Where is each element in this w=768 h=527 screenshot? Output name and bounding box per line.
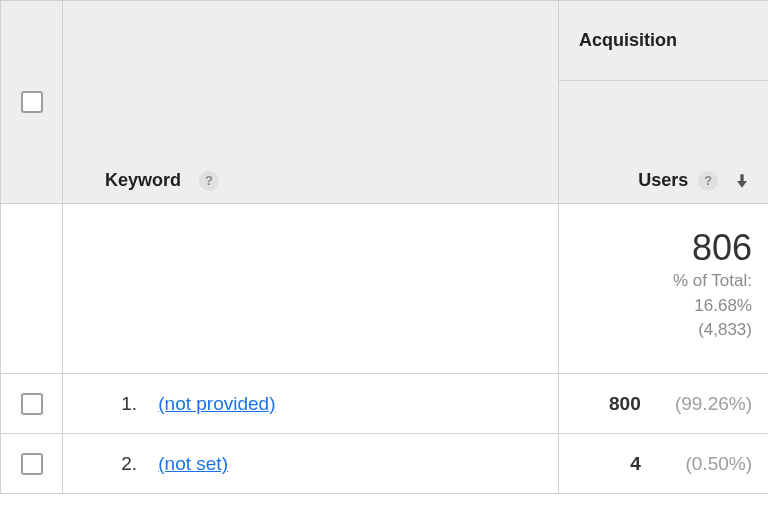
table-row: 2. (not set) 4 (0.50%) xyxy=(1,434,769,494)
summary-users-total: 806 xyxy=(575,228,752,268)
header-acquisition-cell: Acquisition xyxy=(559,1,769,81)
keywords-table: Keyword ? Acquisition Users ? 806 % of T… xyxy=(0,0,768,494)
keyword-link[interactable]: (not provided) xyxy=(158,393,275,414)
header-check-cell xyxy=(1,1,63,204)
row-index: 2. xyxy=(89,453,137,475)
row-users-cell: 800 (99.26%) xyxy=(559,374,769,434)
row-users-value: 800 xyxy=(593,393,641,415)
row-check-cell xyxy=(1,434,63,494)
summary-users-cell: 806 % of Total: 16.68% (4,833) xyxy=(559,204,769,374)
summary-pct-label: % of Total: xyxy=(575,270,752,293)
select-all-checkbox[interactable] xyxy=(21,91,43,113)
help-icon[interactable]: ? xyxy=(199,171,219,191)
row-users-value: 4 xyxy=(593,453,641,475)
summary-overall-count: (4,833) xyxy=(575,319,752,342)
sort-down-icon[interactable] xyxy=(732,171,752,191)
row-keyword-cell: 2. (not set) xyxy=(63,434,559,494)
header-acquisition-label: Acquisition xyxy=(579,30,677,50)
table-row: 1. (not provided) 800 (99.26%) xyxy=(1,374,769,434)
row-checkbox[interactable] xyxy=(21,453,43,475)
row-check-cell xyxy=(1,374,63,434)
summary-pct-value: 16.68% xyxy=(575,295,752,318)
help-icon[interactable]: ? xyxy=(698,171,718,191)
row-users-pct: (99.26%) xyxy=(656,393,752,415)
row-checkbox[interactable] xyxy=(21,393,43,415)
keyword-link[interactable]: (not set) xyxy=(158,453,228,474)
row-users-cell: 4 (0.50%) xyxy=(559,434,769,494)
row-index: 1. xyxy=(89,393,137,415)
summary-check-cell xyxy=(1,204,63,374)
row-users-pct: (0.50%) xyxy=(656,453,752,475)
header-users-label: Users xyxy=(638,170,688,191)
row-keyword-cell: 1. (not provided) xyxy=(63,374,559,434)
summary-keyword-cell xyxy=(63,204,559,374)
header-users-cell[interactable]: Users ? xyxy=(559,81,769,204)
header-keyword-cell[interactable]: Keyword ? xyxy=(63,1,559,204)
header-keyword-label: Keyword xyxy=(105,170,181,191)
